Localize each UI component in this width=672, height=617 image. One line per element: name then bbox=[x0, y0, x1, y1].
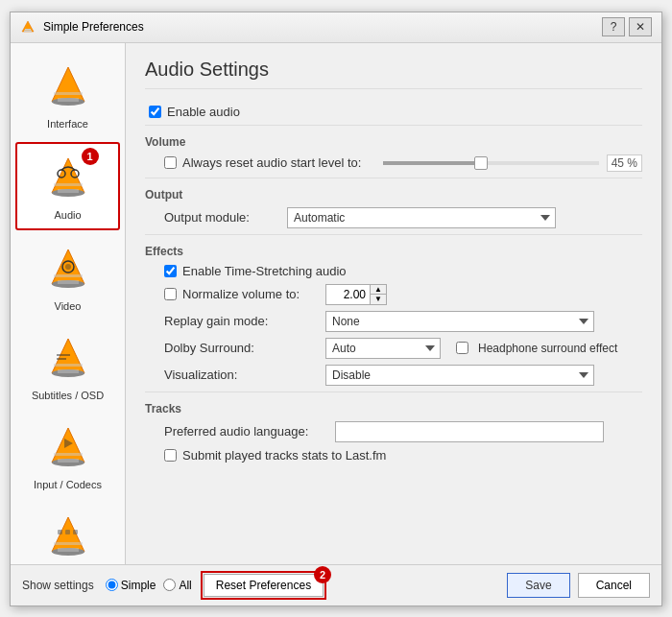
save-button[interactable]: Save bbox=[507, 573, 569, 598]
svg-rect-33 bbox=[58, 548, 79, 552]
dolby-select[interactable]: Auto On Off bbox=[325, 338, 441, 359]
hotkeys-icon bbox=[41, 510, 95, 564]
svg-rect-6 bbox=[58, 98, 79, 102]
output-module-select[interactable]: Automatic DirectX audio output WaveOut a… bbox=[287, 207, 556, 228]
lastfm-checkbox[interactable] bbox=[164, 449, 177, 462]
spin-down[interactable]: ▼ bbox=[371, 295, 386, 304]
volume-slider[interactable] bbox=[383, 161, 599, 165]
sidebar-item-interface[interactable]: Interface bbox=[15, 53, 120, 137]
input-icon bbox=[41, 421, 95, 475]
tracks-section-label: Tracks bbox=[145, 402, 642, 415]
enable-audio-label[interactable]: Enable audio bbox=[149, 105, 264, 119]
svg-rect-24 bbox=[57, 358, 66, 360]
svg-rect-28 bbox=[58, 459, 79, 463]
svg-rect-22 bbox=[58, 369, 79, 373]
lastfm-row: Submit played tracks stats to Last.fm bbox=[145, 448, 642, 463]
dolby-row: Dolby Surround: Auto On Off Headphone su… bbox=[145, 338, 642, 359]
sidebar-item-video-label: Video bbox=[55, 300, 82, 312]
interface-icon bbox=[41, 60, 95, 114]
replay-gain-row: Replay gain mode: None Track Album bbox=[145, 311, 642, 332]
lastfm-label[interactable]: Submit played tracks stats to Last.fm bbox=[164, 448, 386, 463]
sidebar-item-interface-label: Interface bbox=[47, 118, 88, 130]
svg-rect-23 bbox=[57, 354, 70, 356]
headphone-label[interactable]: Headphone surround effect bbox=[456, 342, 617, 355]
headphone-checkbox[interactable] bbox=[456, 342, 468, 354]
output-module-label: Output module: bbox=[164, 210, 279, 225]
svg-rect-35 bbox=[65, 530, 70, 534]
sidebar-item-subtitles[interactable]: Subtitles / OSD bbox=[15, 324, 120, 409]
svg-rect-15 bbox=[54, 274, 83, 277]
enable-audio-row: Enable audio bbox=[145, 105, 642, 119]
radio-group: Simple All bbox=[106, 579, 192, 592]
cancel-button[interactable]: Cancel bbox=[578, 573, 650, 598]
sidebar-item-subtitles-label: Subtitles / OSD bbox=[32, 390, 104, 401]
svg-marker-7 bbox=[52, 158, 84, 193]
sidebar-item-hotkeys[interactable]: Hotkeys bbox=[15, 503, 120, 564]
main-panel-title: Audio Settings bbox=[145, 59, 642, 89]
svg-point-18 bbox=[65, 264, 71, 270]
svg-rect-34 bbox=[58, 530, 62, 534]
sidebar-item-input[interactable]: Input / Codecs bbox=[15, 414, 120, 498]
sidebar: Interface 1 Audi bbox=[11, 43, 126, 564]
simple-radio[interactable] bbox=[106, 579, 118, 591]
preferred-lang-input[interactable] bbox=[335, 421, 604, 442]
time-stretch-checkbox[interactable] bbox=[164, 265, 177, 277]
visualization-select[interactable]: Disable Spectrometer Scope VU Meter bbox=[325, 365, 594, 386]
footer-left: Show settings Simple All Reset Preferenc… bbox=[22, 574, 324, 597]
visualization-row: Visualization: Disable Spectrometer Scop… bbox=[145, 365, 642, 386]
footer: Show settings Simple All Reset Preferenc… bbox=[11, 564, 661, 605]
dolby-label: Dolby Surround: bbox=[164, 341, 318, 355]
svg-rect-27 bbox=[54, 453, 83, 456]
always-reset-checkbox[interactable] bbox=[164, 156, 177, 169]
subtitles-icon bbox=[41, 332, 95, 386]
help-button[interactable]: ? bbox=[602, 17, 625, 36]
preferred-lang-row: Preferred audio language: bbox=[145, 421, 642, 442]
window-title: Simple Preferences bbox=[43, 20, 144, 34]
svg-rect-32 bbox=[54, 542, 83, 545]
sidebar-item-video[interactable]: Video bbox=[15, 235, 120, 320]
normalize-checkbox[interactable] bbox=[164, 288, 177, 300]
close-button[interactable]: ✕ bbox=[629, 17, 652, 36]
time-stretch-label[interactable]: Enable Time-Stretching audio bbox=[164, 264, 347, 278]
title-bar: Simple Preferences ? ✕ bbox=[11, 12, 661, 43]
normalize-row: Normalize volume to: ▲ ▼ bbox=[145, 284, 642, 305]
vlc-title-icon bbox=[20, 19, 36, 35]
time-stretch-row: Enable Time-Stretching audio bbox=[145, 264, 642, 278]
footer-right: Save Cancel bbox=[507, 573, 650, 598]
svg-rect-36 bbox=[73, 530, 78, 534]
preferred-lang-label: Preferred audio language: bbox=[164, 424, 327, 439]
output-module-row: Output module: Automatic DirectX audio o… bbox=[145, 207, 642, 228]
volume-section-label: Volume bbox=[145, 135, 642, 149]
volume-slider-container: 45 % bbox=[383, 154, 642, 172]
always-reset-row: Always reset audio start level to: 45 % bbox=[145, 154, 642, 172]
output-section-label: Output bbox=[145, 188, 642, 202]
effects-section-label: Effects bbox=[145, 245, 642, 258]
simple-radio-label[interactable]: Simple bbox=[106, 579, 156, 592]
main-panel: Audio Settings Enable audio Volume Alway… bbox=[126, 43, 661, 564]
title-bar-left: Simple Preferences bbox=[20, 19, 144, 35]
sidebar-item-audio[interactable]: 1 Audio bbox=[15, 142, 120, 230]
content-area: Interface 1 Audi bbox=[11, 43, 661, 564]
svg-rect-2 bbox=[24, 31, 32, 33]
sidebar-item-input-label: Input / Codecs bbox=[34, 479, 102, 490]
audio-icon: 1 bbox=[41, 152, 95, 205]
reset-btn-wrapper: Reset Preferences 2 bbox=[204, 574, 324, 597]
enable-audio-checkbox[interactable] bbox=[149, 106, 161, 118]
main-window: Simple Preferences ? ✕ Interface bbox=[10, 12, 662, 606]
reset-preferences-button[interactable]: Reset Preferences bbox=[204, 574, 324, 597]
svg-rect-16 bbox=[58, 280, 79, 284]
sidebar-item-audio-label: Audio bbox=[54, 209, 81, 221]
visualization-label: Visualization: bbox=[164, 368, 318, 382]
all-radio[interactable] bbox=[163, 579, 176, 591]
svg-rect-21 bbox=[54, 364, 83, 367]
always-reset-label[interactable]: Always reset audio start level to: bbox=[164, 155, 375, 170]
spin-arrows: ▲ ▼ bbox=[370, 285, 386, 304]
spin-up[interactable]: ▲ bbox=[371, 285, 386, 295]
svg-rect-5 bbox=[54, 92, 83, 95]
normalize-input[interactable] bbox=[326, 286, 370, 303]
svg-rect-10 bbox=[58, 189, 79, 193]
svg-marker-3 bbox=[52, 67, 84, 102]
normalize-label[interactable]: Normalize volume to: bbox=[164, 287, 318, 301]
all-radio-label[interactable]: All bbox=[163, 579, 191, 592]
replay-gain-select[interactable]: None Track Album bbox=[325, 311, 594, 332]
